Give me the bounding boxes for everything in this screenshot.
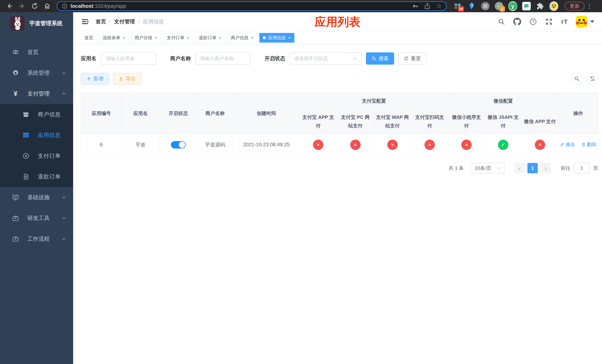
tab-label: 退款订单 — [199, 35, 216, 41]
extension-badge: 1 — [499, 6, 505, 12]
open-status-select[interactable]: 请选择开启状态 — [290, 52, 362, 65]
tab-pay-order[interactable]: 支付订单× — [163, 33, 193, 43]
bookmark-star-icon[interactable]: ☆ — [436, 2, 442, 10]
sidebar-item-pay-order[interactable]: ¥ 支付订单 — [0, 146, 73, 166]
browser-forward-icon[interactable] — [16, 1, 28, 11]
pay-submenu: 商户信息 应用信息 ¥ 支付订单 — [0, 104, 73, 187]
sidebar-logo[interactable]: 芋道管理系统 — [0, 12, 73, 34]
sidebar-item-refund-order[interactable]: 退款订单 — [0, 166, 73, 187]
export-button[interactable]: 导出 — [113, 73, 141, 85]
close-icon[interactable]: × — [219, 35, 222, 40]
tab-label: 流程表单 — [103, 35, 120, 41]
col-wx-mini: 微信小程序支付 — [448, 109, 485, 134]
fullscreen-icon[interactable] — [545, 18, 553, 25]
sidebar-item-workflow[interactable]: 工作流程 — [0, 228, 73, 249]
add-button-label: 新增 — [94, 75, 104, 82]
browser-home-icon[interactable] — [42, 1, 53, 11]
extension-y-icon[interactable]: y — [508, 2, 517, 11]
sidebar-item-home[interactable]: 首页 — [0, 42, 73, 63]
sidebar: 芋道管理系统 首页 系统管理 ¥ 支付管理 — [0, 12, 73, 364]
close-icon[interactable]: × — [288, 35, 291, 40]
add-button[interactable]: 新增 — [81, 73, 109, 85]
breadcrumb-current: 应用信息 — [143, 18, 164, 25]
tab-user-group[interactable]: 用户分组× — [131, 33, 161, 43]
goto-page-input[interactable] — [574, 163, 590, 173]
user-menu[interactable] — [576, 16, 594, 27]
close-icon[interactable]: × — [155, 35, 157, 40]
sidebar-item-devtools[interactable]: 研发工具 — [0, 208, 73, 228]
search-button[interactable]: 搜索 — [366, 52, 394, 65]
refresh-table-button[interactable] — [587, 73, 598, 85]
chevron-down-icon — [353, 56, 357, 61]
breadcrumb-section[interactable]: 支付管理 — [114, 18, 135, 25]
col-alipay-qr: 支付宝扫码支付 — [411, 109, 448, 134]
next-page-button[interactable]: › — [540, 163, 551, 173]
address-bar[interactable]: localhost:1024/pay/app ☆ — [57, 1, 447, 11]
sidebar-item-pay[interactable]: ¥ 支付管理 — [0, 83, 73, 104]
close-icon[interactable]: × — [187, 35, 189, 40]
goto-unit-label: 页 — [593, 165, 598, 171]
password-key-icon[interactable] — [412, 3, 419, 10]
browser-profile-avatar[interactable] — [549, 2, 558, 11]
prev-page-button[interactable]: ‹ — [515, 163, 525, 173]
extension-chat-icon[interactable] — [522, 2, 531, 11]
browser-update-button[interactable]: 更新 — [565, 2, 585, 11]
reset-button[interactable]: 重置 — [398, 52, 426, 65]
grid-icon — [22, 132, 30, 139]
logo-image — [10, 16, 24, 30]
app-title: 芋道管理系统 — [29, 20, 63, 27]
github-icon[interactable] — [513, 18, 521, 26]
share-icon[interactable] — [424, 3, 430, 9]
status-cross-icon: × — [535, 139, 545, 150]
tab-home[interactable]: 首页 — [81, 33, 97, 43]
breadcrumb-home[interactable]: 首页 — [96, 18, 106, 25]
extension-command-icon[interactable]: ⌘ — [481, 2, 490, 11]
filter-label-open-status: 开启状态 — [265, 55, 285, 62]
delete-link[interactable]: 删除 — [581, 141, 596, 148]
chevron-down-icon — [61, 70, 66, 75]
col-group-wechat: 微信配置 — [448, 93, 558, 109]
help-icon[interactable]: ? — [529, 18, 537, 26]
page-number-1[interactable]: 1 — [527, 163, 538, 173]
browser-menu-icon[interactable]: ⋮ — [586, 3, 593, 10]
close-icon[interactable]: × — [251, 35, 254, 40]
extension-recorder-icon[interactable]: 1 — [495, 2, 504, 11]
search-icon[interactable] — [498, 18, 505, 25]
col-group-alipay: 支付宝配置 — [300, 93, 448, 109]
app-name-input[interactable] — [101, 52, 156, 65]
edit-link[interactable]: 修改 — [560, 141, 575, 148]
close-icon[interactable]: × — [123, 35, 125, 40]
extension-badge: 10 — [458, 6, 464, 12]
chevron-down-icon — [61, 195, 66, 200]
col-wx-jsapi: 微信 JSAPI 支付 — [485, 109, 522, 134]
tab-refund-order[interactable]: 退款订单× — [195, 33, 225, 43]
font-size-icon[interactable]: тT — [561, 18, 568, 25]
extension-blocks-icon[interactable]: 10 — [453, 2, 462, 11]
site-info-icon[interactable] — [62, 3, 68, 9]
extension-kite-icon[interactable] — [467, 2, 476, 11]
browser-reload-icon[interactable] — [29, 1, 40, 11]
sidebar-item-merchant-info[interactable]: 商户信息 — [0, 104, 73, 125]
cell-wx-jsapi: ✓ — [485, 134, 522, 156]
sidebar-item-infrastructure[interactable]: 基础设施 — [0, 187, 73, 208]
tab-app-info[interactable]: 应用信息× — [259, 33, 294, 43]
url-text: localhost:1024/pay/app — [71, 3, 409, 9]
tab-merchant-info[interactable]: 商户信息× — [227, 33, 257, 43]
app-frame: 芋道管理系统 首页 系统管理 ¥ 支付管理 — [0, 12, 602, 364]
browser-back-icon[interactable] — [4, 1, 15, 11]
sidebar-collapse-icon[interactable] — [81, 18, 89, 26]
page-size-select[interactable]: 10条/页 — [470, 163, 505, 173]
tab-label: 用户分组 — [135, 35, 152, 41]
status-cross-icon: × — [313, 139, 323, 150]
sidebar-item-label: 基础设施 — [27, 194, 50, 201]
breadcrumb: 首页 / 支付管理 / 应用信息 — [96, 18, 164, 25]
chevron-up-icon — [61, 91, 66, 96]
merchant-name-input[interactable] — [195, 52, 250, 65]
show-search-button[interactable] — [571, 73, 582, 85]
tab-process-form[interactable]: 流程表单× — [99, 33, 129, 43]
pagination-total: 共 1 条 — [449, 165, 464, 171]
sidebar-item-app-info[interactable]: 应用信息 — [0, 125, 73, 146]
sidebar-item-system[interactable]: 系统管理 — [0, 63, 73, 83]
open-status-toggle[interactable] — [171, 141, 186, 149]
extensions-puzzle-icon[interactable] — [536, 2, 545, 11]
